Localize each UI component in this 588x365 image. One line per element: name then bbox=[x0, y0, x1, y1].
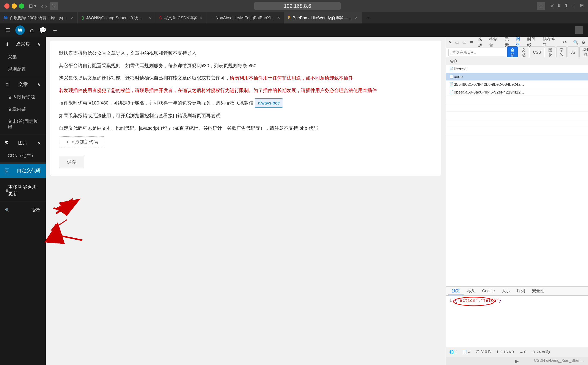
menu-icon[interactable]: ☰ bbox=[5, 27, 10, 34]
sidebar-section-more: ⚙ 更多功能逐步更新 bbox=[0, 180, 46, 200]
subtab-sequence[interactable]: 序列 bbox=[513, 287, 529, 295]
share-icon[interactable]: ⬡ bbox=[537, 2, 545, 10]
custom-icon: □ bbox=[5, 168, 9, 173]
devtools-dock1[interactable]: ▭ bbox=[455, 40, 459, 45]
sidebar-item-templates[interactable]: 文末(首)固定模版 bbox=[0, 115, 46, 133]
cdn-label: CDN（七牛） bbox=[8, 153, 36, 159]
articles-label: 文章 bbox=[18, 81, 28, 88]
picture-label: 图片 bbox=[18, 140, 28, 146]
filter-type-buttons: 全部 文档 CSS 图像 字体 JS XHR/抓取 其他 bbox=[507, 46, 588, 59]
tab-csdn[interactable]: C 写文章-CSDN博客 ✕ bbox=[155, 12, 206, 23]
nav-forward[interactable]: › bbox=[45, 3, 47, 9]
file-icon-35549021: 📄 bbox=[449, 82, 454, 87]
para-7: 自定义代码可以是纯文本、html代码、javascript 代码（如百度统计、谷… bbox=[59, 124, 432, 133]
devtools-detail-panel: 预览 标头 Cookie 大小 序列 安全性 1 {"action":"fetc… bbox=[446, 286, 588, 347]
para-1: 默认仅支持微信公众号文章导入，文章中的视频和音频不支持导入 bbox=[59, 49, 432, 57]
devtools-close-icon[interactable]: ✕ bbox=[449, 40, 452, 45]
save-button[interactable]: 保存 bbox=[59, 156, 84, 168]
network-row-35549021[interactable]: 📄 35549021-07ff-40bc-9be2-064b924a... bbox=[446, 81, 588, 88]
tab-github-close[interactable]: ✕ bbox=[277, 16, 280, 20]
tab-translate[interactable]: 译 百度翻译-200种语言互译、沟通全世界！ ✕ bbox=[0, 12, 78, 23]
sidebar-item-links[interactable]: 文章内链 bbox=[0, 103, 46, 115]
sidebar-section-articles: □ 文章 ∧ 文内图片资源 文章内链 文末(首)固定模版 bbox=[0, 77, 46, 133]
tab-json-close[interactable]: ✕ bbox=[148, 16, 151, 20]
address-bar[interactable]: 192.168.8.6 bbox=[254, 2, 341, 10]
filter-document[interactable]: 文档 bbox=[519, 46, 529, 59]
devtools-filter-bar: 全部 文档 CSS 图像 字体 JS XHR/抓取 其他 ✕ ⚙ bbox=[446, 48, 588, 57]
network-row-code[interactable]: 📄 code bbox=[446, 73, 588, 81]
add-code-button[interactable]: ＋ + 添加新代码 bbox=[59, 136, 104, 147]
subtab-size[interactable]: 大小 bbox=[498, 287, 513, 295]
traffic-light-red[interactable] bbox=[4, 3, 9, 9]
harvest-icon: ⬆ bbox=[5, 41, 9, 47]
shield-icon: 🛡 bbox=[50, 2, 58, 10]
filter-all[interactable]: 全部 bbox=[507, 46, 518, 59]
sidebar-header-custom[interactable]: □ 自定义代码 bbox=[0, 163, 46, 178]
network-list: 名称 📄 license 📄 code 📄 35549021-07ff-40bc… bbox=[446, 57, 588, 286]
traffic-light-green[interactable] bbox=[19, 3, 24, 9]
comment-icon[interactable]: 💬 bbox=[39, 27, 47, 34]
sidebar-item-images[interactable]: 文内图片资源 bbox=[0, 91, 46, 103]
harvest-chevron: ∧ bbox=[37, 41, 41, 47]
tab-json[interactable]: {} JSON转Golang Struct - 在线工具 - O... ✕ bbox=[78, 12, 155, 23]
sidebar: ⬆ 蜂采集 ∧ 采集 规则配置 □ 文章 ∧ 文内图片资源 文章内链 bbox=[0, 37, 46, 365]
filter-image[interactable]: 图像 bbox=[545, 46, 555, 59]
devtools-dock3[interactable]: ⬒ bbox=[469, 40, 473, 45]
tab-beebox[interactable]: B BeeBox ‹ LikeWendy的博客 — WordPr... ✕ bbox=[284, 12, 362, 23]
devtools-dock2[interactable]: ▭ bbox=[462, 40, 466, 45]
wp-logo[interactable]: W bbox=[15, 25, 25, 35]
sidebar-header-harvest[interactable]: ⬆ 蜂采集 ∧ bbox=[0, 37, 46, 51]
address-bar-wrap: 192.168.8.6 bbox=[61, 2, 534, 10]
filter-js[interactable]: JS bbox=[567, 46, 579, 59]
nav-close[interactable]: ✕ bbox=[550, 3, 554, 9]
window-ctrl-arr[interactable]: ▾ bbox=[34, 3, 36, 9]
filter-font[interactable]: 字体 bbox=[556, 46, 567, 59]
sidebar-section-custom: □ 自定义代码 bbox=[0, 163, 46, 178]
grid-icon[interactable]: ⊞ bbox=[580, 3, 584, 9]
subtab-cookie[interactable]: Cookie bbox=[479, 287, 498, 295]
tab-github[interactable]: ⊙ NonAbsolute/MiFengBaiBaoXiangPlug... ✕ bbox=[206, 12, 284, 23]
new-tab-icon[interactable]: ＋ bbox=[572, 3, 576, 9]
tab-beebox-close[interactable]: ✕ bbox=[355, 16, 358, 20]
tab-add-btn[interactable]: ＋ bbox=[362, 12, 374, 23]
tab-beebox-icon: B bbox=[288, 16, 290, 20]
traffic-light-yellow[interactable] bbox=[12, 3, 17, 9]
share-icon2[interactable]: ⬆ bbox=[564, 3, 568, 9]
para-2: 其它平台请自行配置采集规则，如需代写规则服务，每条详情页规则¥30，列表页规则每… bbox=[59, 61, 432, 70]
sidebar-item-cdn[interactable]: CDN（七牛） bbox=[0, 149, 46, 161]
status-time: ⏱ 24.80秒 bbox=[531, 350, 550, 355]
devtools-more-tabs[interactable]: >> bbox=[562, 40, 567, 45]
sidebar-header-more[interactable]: ⚙ 更多功能逐步更新 bbox=[0, 180, 46, 200]
home-icon[interactable]: ⌂ bbox=[30, 27, 34, 34]
filter-url-input[interactable] bbox=[449, 49, 505, 56]
sidebar-header-articles[interactable]: □ 文章 ∧ bbox=[0, 77, 46, 91]
status-requests: 🌐 2 bbox=[449, 350, 457, 354]
subtab-security[interactable]: 安全性 bbox=[529, 287, 548, 295]
tab-json-label: JSON转Golang Struct - 在线工具 - O... bbox=[86, 15, 146, 21]
download-icon[interactable]: ⬇ bbox=[557, 3, 561, 9]
devtools-statusbar: 🌐 2 📄 4 🛡 310 B ⬆ 2.16 KB ☁ 0 ⏱ 24.80秒 bbox=[446, 347, 588, 357]
sidebar-section-harvest: ⬆ 蜂采集 ∧ 采集 规则配置 bbox=[0, 37, 46, 75]
tab-translate-close[interactable]: ✕ bbox=[71, 16, 73, 20]
sidebar-header-auth[interactable]: 🔍 授权 bbox=[0, 202, 46, 217]
content-panel: 默认仅支持微信公众号文章导入，文章中的视频和音频不支持导入 其它平台请自行配置采… bbox=[46, 37, 446, 365]
tab-csdn-close[interactable]: ✕ bbox=[200, 16, 202, 20]
devtools-search-icon[interactable]: 🔍 bbox=[573, 40, 579, 45]
network-row-0bee9a69[interactable]: 📄 0bee9a69-8ac0-4d46-92ef-42194f12... bbox=[446, 88, 588, 96]
sidebar-item-collect[interactable]: 采集 bbox=[0, 51, 46, 63]
sidebar-item-rules[interactable]: 规则配置 bbox=[0, 63, 46, 75]
sidebar-header-picture[interactable]: 🖼 图片 ∧ bbox=[0, 135, 46, 149]
subtab-headers[interactable]: 标头 bbox=[464, 287, 479, 295]
custom-label: 自定义代码 bbox=[17, 168, 41, 174]
window-ctrl-tile[interactable]: ⊞ bbox=[29, 3, 33, 9]
para-3-main: 蜂采集仅提供文章的迁移功能，迁移时请确保自己拥有该文章的版权或其它许可， bbox=[59, 75, 230, 81]
devtools-detail-content: 1 {"action":"fetch"} bbox=[446, 295, 588, 347]
network-row-license[interactable]: 📄 license bbox=[446, 65, 588, 73]
nav-back[interactable]: ‹ bbox=[41, 3, 43, 9]
new-icon[interactable]: ＋ bbox=[52, 26, 58, 35]
filter-css[interactable]: CSS bbox=[530, 46, 544, 59]
devtools-settings-icon[interactable]: ⚙ bbox=[581, 40, 585, 45]
devtools-console-tab[interactable]: 控制台 bbox=[489, 36, 501, 48]
subtab-preview[interactable]: 预览 bbox=[449, 287, 464, 295]
filter-xhr[interactable]: XHR/抓取 bbox=[579, 46, 588, 59]
